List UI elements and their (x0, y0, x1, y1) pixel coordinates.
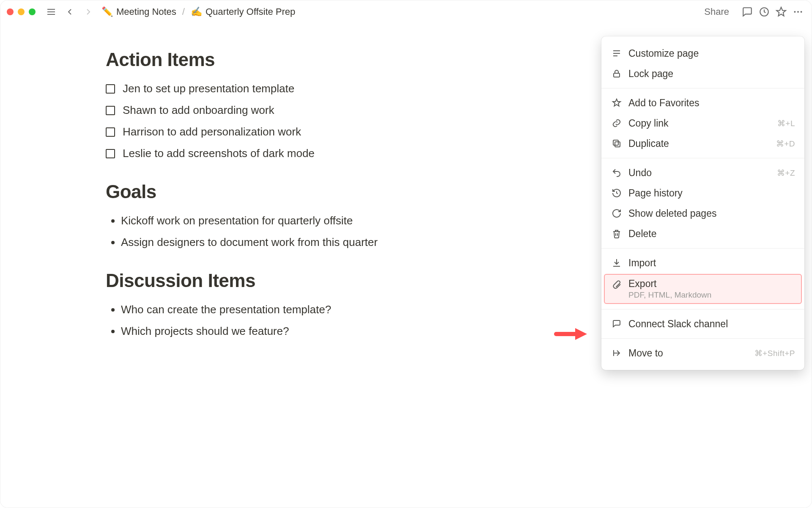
todo-item[interactable]: Shawn to add onboarding work (106, 99, 465, 121)
menu-shortcut: ⌘+Z (777, 168, 795, 178)
nav-forward-icon (81, 5, 96, 19)
todo-item[interactable]: Leslie to add screenshots of dark mode (106, 143, 465, 164)
menu-lock-page[interactable]: Lock page (601, 64, 804, 84)
chat-icon (611, 318, 623, 330)
menu-label: Add to Favorites (628, 97, 699, 109)
writing-hand-icon: ✍️ (191, 7, 202, 17)
topbar: ✏️ Meeting Notes / ✍️ Quarterly Offsite … (0, 0, 812, 24)
menu-import[interactable]: Import (601, 253, 804, 273)
breadcrumb-parent[interactable]: ✏️ Meeting Notes (100, 5, 178, 19)
menu-shortcut: ⌘+D (776, 139, 795, 149)
download-icon (611, 257, 623, 269)
trash-icon (611, 228, 623, 240)
menu-export[interactable]: Export PDF, HTML, Markdown (604, 274, 802, 304)
page-options-menu: Customize page Lock page Add to Favorite… (601, 36, 804, 370)
duplicate-icon (611, 138, 623, 149)
undo-icon (611, 167, 623, 179)
svg-marker-7 (575, 328, 587, 340)
page-content: Action Items Jen to set up presentation … (0, 24, 465, 342)
updates-clock-icon[interactable] (757, 5, 771, 19)
heading-goals[interactable]: Goals (106, 181, 465, 202)
zoom-window-dot[interactable] (29, 8, 36, 15)
share-button[interactable]: Share (700, 5, 733, 19)
menu-label: Export (628, 278, 711, 290)
menu-label: Lock page (628, 68, 673, 80)
menu-label: Customize page (628, 48, 699, 59)
menu-label: Undo (628, 167, 652, 179)
svg-point-2 (797, 11, 799, 13)
svg-point-1 (794, 11, 796, 13)
svg-rect-5 (615, 142, 620, 147)
menu-copy-link[interactable]: Copy link ⌘+L (601, 113, 804, 133)
menu-customize-page[interactable]: Customize page (601, 43, 804, 64)
comments-icon[interactable] (740, 5, 754, 19)
star-icon (611, 97, 623, 109)
nav-back-icon[interactable] (63, 5, 77, 19)
svg-point-3 (801, 11, 802, 13)
paperclip-icon (611, 278, 623, 290)
minimize-window-dot[interactable] (18, 8, 25, 15)
svg-rect-4 (614, 73, 620, 77)
lines-icon (611, 47, 623, 59)
menu-page-history[interactable]: Page history (601, 183, 804, 203)
topbar-actions (740, 5, 805, 19)
menu-label: Show deleted pages (628, 208, 716, 219)
list-item[interactable]: Kickoff work on presentation for quarter… (121, 210, 465, 232)
history-icon (611, 187, 623, 199)
more-menu-icon[interactable] (791, 5, 805, 19)
pencil-icon: ✏️ (102, 7, 113, 17)
list-item[interactable]: Which projects should we feature? (121, 320, 465, 342)
checkbox-icon[interactable] (106, 149, 115, 158)
menu-label: Delete (628, 228, 656, 240)
close-window-dot[interactable] (7, 8, 14, 15)
breadcrumb-parent-label: Meeting Notes (116, 6, 176, 17)
annotation-arrow-icon (554, 324, 588, 346)
checkbox-icon[interactable] (106, 84, 115, 94)
menu-label: Page history (628, 188, 683, 199)
menu-shortcut: ⌘+Shift+P (754, 348, 795, 358)
list-item[interactable]: Who can create the presentation template… (121, 299, 465, 320)
lock-icon (611, 68, 623, 80)
menu-label: Connect Slack channel (628, 318, 728, 330)
reload-icon (611, 207, 623, 219)
menu-label: Import (628, 257, 656, 269)
menu-add-favorites[interactable]: Add to Favorites (601, 93, 804, 113)
heading-action-items[interactable]: Action Items (106, 49, 465, 70)
checkbox-icon[interactable] (106, 127, 115, 137)
breadcrumb-current-label: Quarterly Offsite Prep (206, 6, 295, 17)
menu-label: Copy link (628, 118, 669, 129)
move-arrow-icon (611, 347, 623, 359)
heading-discussion[interactable]: Discussion Items (106, 270, 465, 291)
menu-connect-slack[interactable]: Connect Slack channel (601, 314, 804, 334)
list-item[interactable]: Assign designers to document work from t… (121, 232, 465, 253)
favorite-star-icon[interactable] (774, 5, 788, 19)
menu-label: Move to (628, 348, 663, 359)
todo-text: Harrison to add personalization work (123, 125, 301, 138)
menu-sublabel: PDF, HTML, Markdown (628, 290, 711, 300)
window-traffic-lights (7, 8, 36, 15)
breadcrumb-current[interactable]: ✍️ Quarterly Offsite Prep (189, 5, 297, 19)
todo-text: Leslie to add screenshots of dark mode (123, 147, 315, 160)
menu-move-to[interactable]: Move to ⌘+Shift+P (601, 343, 804, 363)
menu-duplicate[interactable]: Duplicate ⌘+D (601, 133, 804, 154)
todo-item[interactable]: Harrison to add personalization work (106, 121, 465, 143)
menu-undo[interactable]: Undo ⌘+Z (601, 163, 804, 183)
menu-show-deleted[interactable]: Show deleted pages (601, 203, 804, 224)
menu-label: Duplicate (628, 138, 669, 149)
breadcrumb-separator: / (182, 6, 185, 17)
breadcrumb: ✏️ Meeting Notes / ✍️ Quarterly Offsite … (100, 5, 297, 19)
sidebar-toggle-icon[interactable] (44, 5, 58, 19)
todo-text: Shawn to add onboarding work (123, 104, 274, 117)
menu-shortcut: ⌘+L (777, 119, 795, 128)
todo-item[interactable]: Jen to set up presentation template (106, 78, 465, 99)
checkbox-icon[interactable] (106, 106, 115, 115)
todo-text: Jen to set up presentation template (123, 82, 294, 95)
menu-delete[interactable]: Delete (601, 224, 804, 244)
svg-rect-6 (613, 140, 618, 145)
link-icon (611, 117, 623, 129)
